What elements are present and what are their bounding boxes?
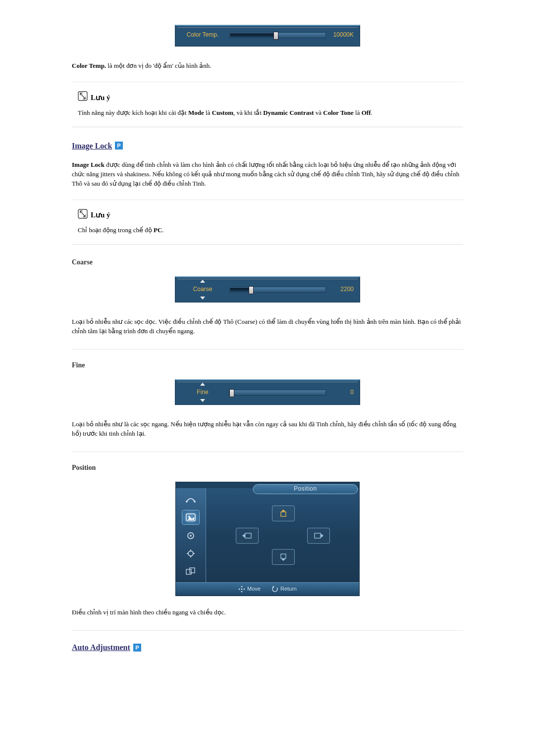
osd-label: Color Temp.: [181, 31, 224, 39]
pc-mode-icon: P: [115, 142, 123, 150]
osd-value: 2200: [331, 285, 354, 294]
color-temp-osd: Color Temp. 10000K: [175, 25, 360, 47]
desc-term: Color Temp.: [72, 62, 106, 69]
osd-label-text: Fine: [197, 389, 208, 396]
desc-term: Image Lock: [72, 161, 105, 168]
note-text: là: [354, 109, 362, 116]
note-body: Tính năng này được kích hoạt khi cài đặt…: [78, 108, 463, 118]
image-lock-description: Image Lock được dùng để tinh chỉnh và là…: [72, 160, 463, 189]
note-bold: Dynamic Contrast: [263, 109, 314, 116]
position-up-button[interactable]: [272, 505, 295, 521]
svg-marker-25: [241, 586, 243, 587]
svg-marker-18: [281, 509, 285, 511]
note-text: là: [204, 109, 212, 116]
svg-rect-23: [315, 533, 321, 538]
position-osd-footer: Move Return: [176, 582, 359, 596]
position-osd-title: Position: [253, 484, 358, 494]
side-input-icon[interactable]: [182, 492, 199, 506]
coarse-description: Loại bỏ nhiễu như các sọc dọc. Việc điều…: [72, 317, 463, 336]
position-right-button[interactable]: [307, 528, 330, 544]
note-icon: [78, 91, 88, 104]
svg-marker-28: [244, 588, 245, 590]
note-body: Chỉ hoạt động trong chế độ PC.: [78, 226, 463, 235]
side-sound-icon[interactable]: [182, 529, 199, 543]
note-text: và: [314, 109, 323, 116]
auto-adjustment-heading: Auto Adjustment P: [72, 642, 463, 653]
divider: [72, 452, 463, 452]
osd-row: Fine 0: [175, 379, 360, 405]
osd-slider-fill: [230, 33, 274, 37]
osd-slider-track[interactable]: [229, 287, 326, 293]
position-description: Điều chỉnh vị trí màn hình theo chiều ng…: [72, 608, 463, 617]
position-osd: Position: [175, 482, 360, 596]
note-bold: Custom: [212, 109, 233, 116]
svg-marker-22: [242, 534, 245, 538]
position-heading: Position: [72, 463, 463, 473]
osd-label: Fine: [181, 388, 224, 397]
note-box: Lưu ý Chỉ hoạt động trong chế độ PC.: [72, 200, 463, 245]
svg-point-9: [190, 535, 192, 537]
position-down-button[interactable]: [272, 549, 295, 565]
note-box: Lưu ý Tính năng này được kích hoạt khi c…: [72, 82, 463, 127]
osd-slider-track[interactable]: [229, 390, 326, 396]
svg-rect-16: [190, 568, 195, 573]
heading-text: Image Lock: [72, 140, 112, 151]
pc-mode-icon: P: [133, 644, 141, 652]
document-page: Color Temp. 10000K Color Temp. là một đơ…: [72, 0, 463, 702]
osd-slider-fill: [230, 288, 249, 292]
fine-osd: Fine 0: [175, 379, 360, 405]
note-heading: Lưu ý: [78, 91, 463, 104]
position-side-menu: [176, 488, 206, 582]
coarse-heading: Coarse: [72, 257, 463, 267]
note-bold: Color Tone: [323, 109, 354, 116]
svg-point-5: [194, 501, 196, 503]
osd-slider-track[interactable]: [229, 32, 326, 38]
note-title: Lưu ý: [91, 93, 110, 103]
svg-rect-21: [245, 533, 251, 538]
osd-row: Color Temp. 10000K: [175, 25, 360, 47]
svg-rect-17: [281, 512, 286, 516]
side-multi-icon[interactable]: [182, 564, 199, 578]
note-heading: Lưu ý: [78, 209, 463, 222]
divider: [72, 630, 463, 631]
svg-point-4: [186, 501, 188, 503]
osd-slider-thumb[interactable]: [273, 32, 278, 40]
osd-label-text: Coarse: [193, 286, 213, 293]
osd-value: 10000K: [331, 31, 354, 39]
svg-rect-19: [281, 554, 286, 558]
arrow-up-icon: [200, 280, 205, 283]
note-text: .: [162, 226, 163, 234]
position-dpad: [236, 505, 330, 565]
hint-return-label: Return: [280, 585, 297, 593]
svg-point-7: [188, 516, 190, 518]
arrow-down-icon: [200, 399, 205, 402]
note-text: Tính năng này được kích hoạt khi cài đặt: [78, 109, 188, 116]
side-setup-icon[interactable]: [182, 547, 199, 560]
note-text: , và khi tắt: [233, 109, 263, 116]
heading-text: Auto Adjustment: [72, 642, 130, 653]
return-icon: [271, 586, 278, 593]
osd-row: Coarse 2200: [175, 276, 360, 302]
svg-marker-24: [321, 534, 323, 538]
position-osd-body: [176, 482, 359, 582]
svg-text:P: P: [117, 143, 121, 149]
coarse-osd: Coarse 2200: [175, 276, 360, 302]
osd-slider-thumb[interactable]: [229, 389, 234, 397]
hint-move: Move: [238, 585, 261, 593]
svg-marker-30: [272, 586, 274, 588]
note-icon: [78, 209, 88, 222]
position-left-button[interactable]: [236, 528, 259, 544]
note-bold: Mode: [188, 109, 204, 116]
osd-value: 0: [331, 388, 354, 397]
note-bold: PC: [154, 226, 162, 234]
note-bold: Off: [362, 109, 371, 116]
arrow-up-icon: [200, 383, 205, 386]
svg-marker-26: [241, 591, 243, 593]
image-lock-heading: Image Lock P: [72, 140, 463, 151]
osd-slider-thumb[interactable]: [249, 286, 254, 294]
svg-marker-27: [238, 588, 240, 590]
osd-label: Coarse: [181, 285, 224, 294]
divider: [72, 349, 463, 350]
note-text: .: [371, 109, 373, 116]
side-picture-icon[interactable]: [182, 510, 200, 525]
